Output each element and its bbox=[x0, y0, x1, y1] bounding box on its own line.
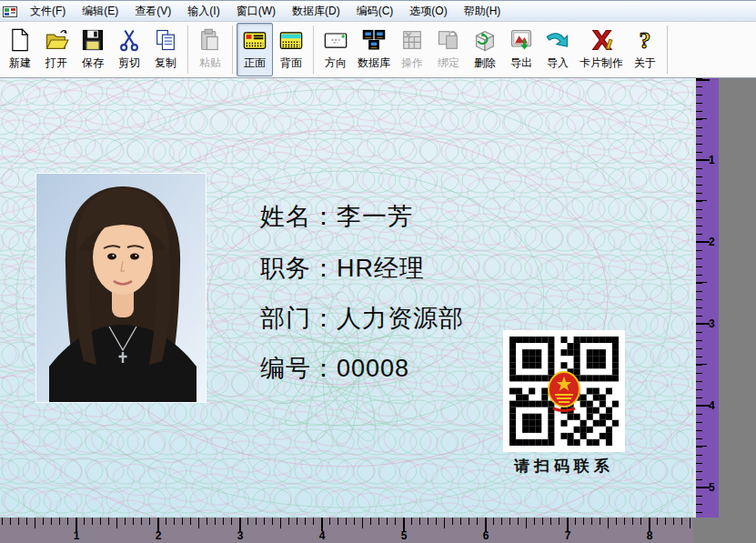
toolbar-button-label: 数据库 bbox=[358, 54, 390, 72]
svg-text:?: ? bbox=[640, 27, 651, 53]
toolbar-separator bbox=[667, 25, 668, 74]
menu-file[interactable]: 文件(F) bbox=[22, 1, 74, 22]
menu-database[interactable]: 数据库(D) bbox=[284, 1, 348, 22]
new-document-icon bbox=[6, 26, 34, 54]
vruler-major-tick bbox=[696, 159, 710, 161]
toolbar-button-save[interactable]: 保存 bbox=[75, 23, 111, 76]
card-back-icon bbox=[277, 26, 305, 54]
toolbar-button-label: 复制 bbox=[155, 54, 176, 72]
import-arrow-icon bbox=[544, 26, 571, 54]
toolbar-button-label: 粘贴 bbox=[199, 54, 221, 72]
toolbar-button-label: 剪切 bbox=[118, 54, 140, 72]
hruler-number: 8 bbox=[647, 529, 653, 542]
field-value: 人力资源部 bbox=[337, 305, 464, 332]
toolbar-button-bind[interactable]: 绑定 bbox=[430, 23, 467, 76]
qr-code[interactable] bbox=[503, 330, 625, 452]
field-department[interactable]: 部门：人力资源部 bbox=[260, 302, 464, 329]
card-front-icon bbox=[241, 26, 268, 54]
toolbar-button-label: 方向 bbox=[325, 54, 347, 72]
toolbar-button-back[interactable]: 背面 bbox=[273, 23, 309, 76]
toolbar-button-front[interactable]: 正面 bbox=[237, 23, 273, 76]
field-number[interactable]: 编号：00008 bbox=[260, 352, 409, 379]
toolbar-button-label: 背面 bbox=[280, 54, 302, 72]
toolbar-button-export[interactable]: 导出 bbox=[503, 23, 539, 76]
hruler-number: 6 bbox=[483, 529, 489, 542]
field-label: 编号： bbox=[260, 355, 337, 382]
toolbar-separator bbox=[232, 25, 233, 74]
toolbar-button-label: 删除 bbox=[474, 54, 496, 72]
hruler-number: 4 bbox=[319, 529, 326, 542]
vruler-number: 1 bbox=[709, 154, 715, 166]
menu-bar: 文件(F) 编辑(E) 查看(V) 输入(I) 窗口(W) 数据库(D) 编码(… bbox=[0, 1, 756, 22]
database-monitors-icon bbox=[360, 26, 388, 54]
toolbar-button-label: 导入 bbox=[547, 54, 569, 72]
vruler-major-tick bbox=[696, 323, 710, 325]
toolbar-button-cardmake[interactable]: 卡片制作 bbox=[576, 23, 627, 76]
toolbar-separator bbox=[187, 25, 188, 74]
toolbar-button-label: 打开 bbox=[45, 54, 67, 72]
toolbar-button-delete[interactable]: 删除 bbox=[467, 23, 503, 76]
toolbar-button-label: 卡片制作 bbox=[580, 54, 623, 72]
toolbar-button-copy[interactable]: 复制 bbox=[147, 23, 184, 76]
qr-caption: 请扫码联系 bbox=[496, 456, 632, 477]
hruler-number: 1 bbox=[74, 529, 80, 542]
toolbar: 新建 打开 保存 剪切 复制 粘贴 正面 bbox=[0, 22, 756, 78]
toolbar-button-label: 绑定 bbox=[438, 54, 459, 72]
hruler-half-ticks bbox=[35, 518, 691, 528]
paste-clipboard-icon bbox=[197, 26, 224, 54]
toolbar-button-paste[interactable]: 粘贴 bbox=[192, 23, 228, 76]
field-label: 部门： bbox=[260, 305, 337, 332]
vruler-major-tick bbox=[696, 405, 710, 407]
toolbar-button-label: 操作 bbox=[401, 54, 423, 72]
menu-input[interactable]: 输入(I) bbox=[179, 1, 227, 22]
menu-view[interactable]: 查看(V) bbox=[126, 1, 179, 22]
toolbar-button-cut[interactable]: 剪切 bbox=[111, 23, 147, 76]
menu-options[interactable]: 选项(O) bbox=[401, 1, 455, 22]
toolbar-button-label: 正面 bbox=[244, 54, 266, 72]
app-icon[interactable] bbox=[3, 5, 18, 18]
field-label: 职务： bbox=[260, 255, 337, 282]
save-floppy-icon bbox=[79, 26, 106, 54]
copy-pages-icon bbox=[152, 26, 179, 54]
toolbar-button-import[interactable]: 导入 bbox=[539, 23, 576, 76]
menu-help[interactable]: 帮助(H) bbox=[456, 1, 509, 22]
toolbar-separator bbox=[313, 25, 314, 74]
toolbar-button-operate[interactable]: 操作 bbox=[394, 23, 430, 76]
field-value: 李一芳 bbox=[337, 203, 413, 230]
portrait-photo[interactable] bbox=[36, 174, 206, 402]
vruler-number: 3 bbox=[709, 317, 715, 330]
toolbar-button-label: 保存 bbox=[82, 54, 104, 72]
vruler-number: 5 bbox=[709, 481, 715, 494]
vruler-major-tick bbox=[696, 241, 710, 243]
national-emblem-icon bbox=[546, 370, 582, 412]
bind-pages-icon bbox=[435, 26, 462, 54]
hruler-number: 5 bbox=[401, 529, 408, 542]
toolbar-button-open[interactable]: 打开 bbox=[38, 23, 75, 76]
hruler-number: 3 bbox=[237, 529, 244, 542]
field-name[interactable]: 姓名：李一芳 bbox=[260, 200, 413, 227]
toolbar-button-orientation[interactable]: 方向 bbox=[318, 23, 354, 76]
field-label: 姓名： bbox=[260, 203, 337, 230]
toolbar-button-label: 关于 bbox=[634, 54, 656, 72]
vertical-ruler[interactable]: 1 2 3 4 5 bbox=[696, 78, 719, 518]
horizontal-ruler[interactable]: 1 2 3 4 5 6 7 8 bbox=[0, 518, 693, 543]
about-question-icon: ? bbox=[631, 26, 659, 54]
field-value: HR经理 bbox=[337, 255, 425, 282]
card-canvas[interactable]: 姓名：李一芳 职务：HR经理 部门：人力资源部 编号：00008 请扫码联系 bbox=[0, 78, 693, 518]
hruler-number: 2 bbox=[156, 529, 162, 542]
vruler-major-tick bbox=[696, 79, 710, 81]
menu-encoding[interactable]: 编码(C) bbox=[348, 1, 402, 22]
operate-table-icon bbox=[398, 26, 426, 54]
open-folder-icon bbox=[43, 26, 70, 54]
card-make-icon bbox=[588, 26, 615, 54]
toolbar-button-label: 导出 bbox=[510, 54, 532, 72]
menu-edit[interactable]: 编辑(E) bbox=[74, 1, 126, 22]
field-title[interactable]: 职务：HR经理 bbox=[260, 252, 425, 279]
export-image-icon bbox=[508, 26, 535, 54]
toolbar-button-database[interactable]: 数据库 bbox=[354, 23, 394, 76]
vruler-number: 4 bbox=[709, 399, 715, 412]
toolbar-button-about[interactable]: ? 关于 bbox=[627, 23, 663, 76]
toolbar-button-new[interactable]: 新建 bbox=[2, 23, 38, 76]
menu-window[interactable]: 窗口(W) bbox=[228, 1, 284, 22]
delete-cube-icon bbox=[471, 26, 499, 54]
